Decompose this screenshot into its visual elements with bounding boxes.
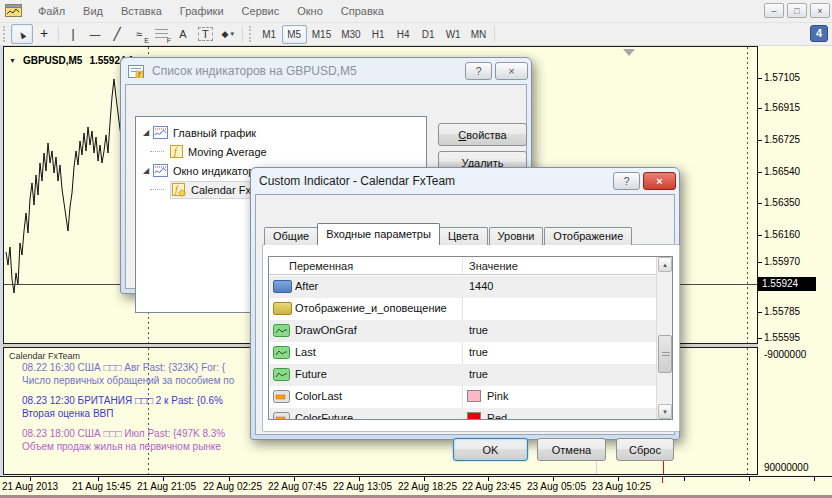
dialog-title: Список индикаторов на GBPUSD,M5 xyxy=(144,64,465,78)
close-icon[interactable]: × xyxy=(495,62,528,80)
bid-price-label: 1.55924 xyxy=(758,277,816,291)
time-axis[interactable]: 21 Aug 2013 21 Aug 15:45 21 Aug 21:05 22… xyxy=(0,476,832,495)
symbol-dropdown-icon[interactable]: ▼ xyxy=(9,57,16,64)
custom-indicator-icon: f xyxy=(172,183,186,197)
notification-badge[interactable]: 4 xyxy=(810,25,828,42)
toolbar-separator xyxy=(494,26,495,42)
properties-button[interactable]: Свойства xyxy=(438,123,527,146)
vertical-line-tool-icon[interactable]: | xyxy=(62,24,84,44)
price-tick: 1.56160 xyxy=(764,229,800,240)
reset-button[interactable]: Сброс xyxy=(616,438,674,461)
timeframe-m15[interactable]: M15 xyxy=(307,25,336,44)
chart-shift-marker-icon[interactable] xyxy=(623,49,635,62)
param-row-after[interactable]: After 1440 xyxy=(269,276,657,298)
timeframe-w1[interactable]: W1 xyxy=(441,25,466,44)
calendar-event: 08.22 16:30 США □□□ Авг Past: {323K} For… xyxy=(22,361,234,387)
indicators-list-icon: f xyxy=(128,65,144,78)
dialog-titlebar[interactable]: Custom Indicator - Calendar FxTeam ? × xyxy=(251,168,679,194)
cursor-tool-icon[interactable]: ▲ xyxy=(11,24,33,44)
timeframe-d1[interactable]: D1 xyxy=(416,25,441,44)
restore-icon[interactable]: □ xyxy=(787,3,807,18)
toolbar-grip[interactable] xyxy=(3,26,7,42)
timeframe-m5[interactable]: M5 xyxy=(282,25,307,44)
expander-icon[interactable]: ◢ xyxy=(143,128,153,137)
timeframe-h1[interactable]: H1 xyxy=(366,25,391,44)
menu-window[interactable]: Окно xyxy=(288,2,332,20)
window-controls: – □ × xyxy=(764,3,830,18)
param-row-future[interactable]: Future true xyxy=(269,364,657,386)
numeric-input-icon xyxy=(273,280,292,293)
graph-input-icon xyxy=(273,368,291,384)
time-label: 21 Aug 21:05 xyxy=(137,481,196,492)
dialog-titlebar[interactable]: f Список индикаторов на GBPUSD,M5 ? × xyxy=(121,58,531,84)
close-icon[interactable]: × xyxy=(810,3,830,18)
menu-insert[interactable]: Вставка xyxy=(112,2,171,20)
param-row-last[interactable]: Last true xyxy=(269,342,657,364)
time-tick-mark xyxy=(749,477,750,481)
timeframe-m30[interactable]: M30 xyxy=(336,25,365,44)
color-input-icon xyxy=(273,412,291,420)
text-input-icon xyxy=(273,302,292,315)
custom-indicator-dialog: Custom Indicator - Calendar FxTeam ? × О… xyxy=(250,167,680,440)
calendar-event: 08.23 18:00 США □□□ Июл Past: {497K 8.3%… xyxy=(22,427,225,453)
tab-visualization[interactable]: Отображение xyxy=(544,227,632,245)
parameters-table: Переменная Значение After 1440 Отображен… xyxy=(268,256,673,420)
menu-tools[interactable]: Сервис xyxy=(233,2,289,20)
scroll-up-icon[interactable]: ▲ xyxy=(658,257,672,272)
graph-input-icon xyxy=(273,324,291,340)
price-scale[interactable]: 1.57105 1.56915 1.56725 1.56540 1.56350 … xyxy=(758,46,832,475)
tree-item-moving-average[interactable]: f Moving Average xyxy=(136,142,426,161)
tree-item-main-chart[interactable]: ◢ Главный график xyxy=(136,123,426,142)
toolbar-separator xyxy=(242,26,243,42)
param-row-colorfuture[interactable]: ColorFuture Red xyxy=(269,408,657,420)
horizontal-line-tool-icon[interactable]: — xyxy=(84,24,106,44)
minimize-icon[interactable]: – xyxy=(764,3,784,18)
help-icon[interactable]: ? xyxy=(613,172,640,190)
time-label: 22 Aug 13:05 xyxy=(333,481,392,492)
tab-inputs[interactable]: Входные параметры xyxy=(317,223,440,245)
symbol-name: GBPUSD,M5 xyxy=(23,55,82,66)
time-label: 22 Aug 07:45 xyxy=(268,481,327,492)
vertical-scrollbar: ▲ ▼ xyxy=(656,257,672,419)
price-tick: 1.55785 xyxy=(764,306,800,317)
menu-view[interactable]: Вид xyxy=(74,2,112,20)
menu-help[interactable]: Справка xyxy=(332,2,393,20)
text-tool-icon[interactable]: A xyxy=(172,24,194,44)
param-row-colorlast[interactable]: ColorLast Pink xyxy=(269,386,657,408)
equidistant-channel-tool-icon[interactable]: ≈E xyxy=(128,24,150,44)
cancel-button[interactable]: Отмена xyxy=(537,438,606,461)
timeframe-m1[interactable]: M1 xyxy=(257,25,282,44)
toolbar-grip[interactable] xyxy=(249,26,253,42)
param-row-drawongraf[interactable]: DrawOnGraf true xyxy=(269,320,657,342)
price-tick: 1.55970 xyxy=(764,256,800,267)
price-tick: 1.56540 xyxy=(764,166,800,177)
timeframe-h4[interactable]: H4 xyxy=(391,25,416,44)
day-separator xyxy=(747,47,748,343)
crosshair-tool-icon[interactable]: + xyxy=(33,24,55,44)
menu-charts[interactable]: Графики xyxy=(171,2,233,20)
menu-file[interactable]: Файл xyxy=(29,2,74,20)
param-row-display-alert[interactable]: Отображение_и_оповещение xyxy=(269,298,657,320)
trendline-tool-icon[interactable]: ╱ xyxy=(106,24,128,44)
scroll-down-icon[interactable]: ▼ xyxy=(658,404,672,419)
tab-strip: Общие Входные параметры Цвета Уровни Ото… xyxy=(264,225,633,245)
price-tick: 1.56725 xyxy=(764,134,800,145)
chart-window-icon xyxy=(153,164,168,177)
tab-colors[interactable]: Цвета xyxy=(439,227,488,245)
timeframe-mn[interactable]: MN xyxy=(466,25,492,44)
ok-button[interactable]: OK xyxy=(453,438,528,461)
close-icon[interactable]: × xyxy=(643,172,676,190)
text-label-tool-icon[interactable]: T xyxy=(194,24,217,44)
tab-common[interactable]: Общие xyxy=(264,227,318,245)
help-icon[interactable]: ? xyxy=(465,62,492,80)
expander-icon[interactable]: ◢ xyxy=(143,166,153,175)
tab-levels[interactable]: Уровни xyxy=(489,227,544,245)
future-event-tick xyxy=(662,477,663,483)
time-label: 22 Aug 23:45 xyxy=(462,481,521,492)
fibonacci-tool-icon[interactable]: F xyxy=(150,24,172,44)
arrows-tool-icon[interactable]: ◆▾ xyxy=(217,24,239,44)
scrollbar-thumb[interactable] xyxy=(658,335,672,373)
mt4-main-window: Файл Вид Вставка Графики Сервис Окно Спр… xyxy=(0,0,832,498)
app-chart-icon xyxy=(5,4,23,18)
toolbar: ▲ + | — ╱ ≈E F A T ◆▾ M1 M5 M15 M30 H1 H… xyxy=(0,23,832,46)
